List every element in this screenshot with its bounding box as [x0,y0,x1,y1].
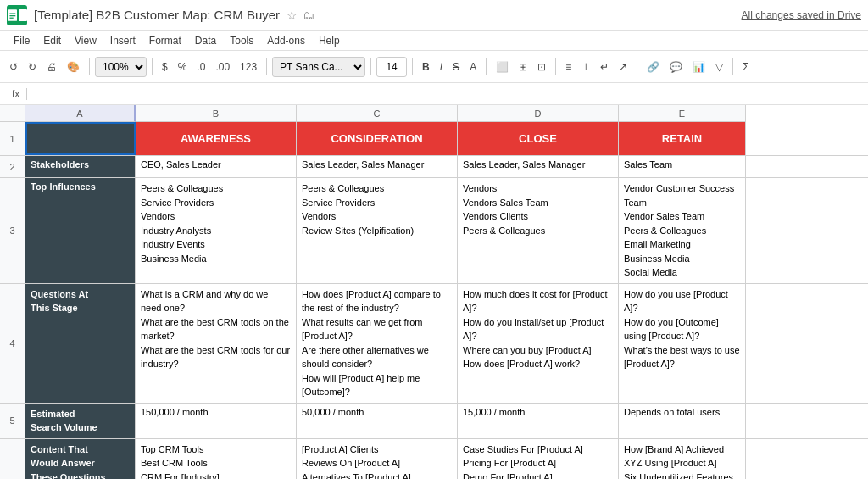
cell-4-c[interactable]: How does [Product A] compare to the rest… [297,284,458,403]
zoom-select[interactable]: 100% [95,57,147,77]
saved-msg: All changes saved in Drive [742,9,861,21]
cell-1-d[interactable]: CLOSE [458,122,619,155]
currency-btn[interactable]: $ [158,58,172,75]
text-color-btn[interactable]: A [465,58,481,75]
menu-addons[interactable]: Add-ons [260,33,312,48]
table-row: 2 Stakeholders CEO, Sales Leader Sales L… [0,156,868,178]
cell-6-b[interactable]: Top CRM Tools Best CRM Tools CRM For [In… [136,439,297,480]
table-row: 1 AWARENESS CONSIDERATION CLOSE RETAIN [0,122,868,156]
cell-6-a[interactable]: Content That Would Answer These Question… [25,439,136,480]
menu-help[interactable]: Help [312,33,347,48]
table-row: 4 Questions At This Stage What is a CRM … [0,284,868,404]
cell-5-e[interactable]: Depends on total users [619,404,746,438]
function-btn[interactable]: Σ [738,58,753,75]
undo-btn[interactable]: ↺ [5,58,22,75]
sep4 [370,58,371,75]
strikethrough-btn[interactable]: S [448,58,464,75]
corner-header [0,105,25,122]
link-btn[interactable]: 🔗 [643,58,664,75]
sep9 [732,58,733,75]
col-header-d[interactable]: D [458,105,619,122]
row-num-6: 6 [0,439,25,480]
sep2 [152,58,153,75]
paint-format-btn[interactable]: 🎨 [63,58,84,75]
col-header-c[interactable]: C [297,105,458,122]
cell-5-b[interactable]: 150,000 / month [136,404,297,438]
cell-4-e[interactable]: How do you use [Product A]? How do you [… [619,284,746,403]
cell-5-d[interactable]: 15,000 / month [458,404,619,438]
cell-2-b[interactable]: CEO, Sales Leader [136,156,297,177]
cell-2-d[interactable]: Sales Leader, Sales Manager [458,156,619,177]
cell-6-c[interactable]: [Product A] Clients Reviews On [Product … [297,439,458,480]
percent-btn[interactable]: % [174,58,192,75]
filter-btn[interactable]: ▽ [711,58,727,75]
cell-1-c[interactable]: CONSIDERATION [297,122,458,155]
sheets-icon [7,5,27,25]
cell-5-a[interactable]: Estimated Search Volume [25,404,136,438]
menu-data[interactable]: Data [188,33,223,48]
cell-6-e[interactable]: How [Brand A] Achieved XYZ Using [Produc… [619,439,746,480]
folder-icon[interactable]: 🗂 [303,8,314,22]
row-num-2: 2 [0,156,25,177]
svg-rect-3 [9,15,15,16]
rotate-btn[interactable]: ↗ [615,58,632,75]
comment-btn[interactable]: 💬 [665,58,687,75]
decimal-dec-btn[interactable]: .0 [192,58,209,75]
cell-1-e[interactable]: RETAIN [619,122,746,155]
sep8 [637,58,637,75]
title-icons: ☆ 🗂 [287,8,314,22]
cell-1-a[interactable] [25,122,136,155]
star-icon[interactable]: ☆ [287,8,298,22]
cell-3-b[interactable]: Peers & Colleagues Service Providers Ven… [136,178,297,283]
chart-btn[interactable]: 📊 [688,58,709,75]
number-format-btn[interactable]: 123 [236,58,261,75]
cell-2-a[interactable]: Stakeholders [25,156,136,177]
table-row: 3 Top Influences Peers & Colleagues Serv… [0,178,868,284]
menu-edit[interactable]: Edit [36,33,68,48]
font-select[interactable]: PT Sans Ca... [272,57,365,77]
col-header-a[interactable]: A [25,105,136,122]
cell-6-d[interactable]: Case Studies For [Product A] Pricing For… [458,439,619,480]
cell-5-c[interactable]: 50,000 / month [297,404,458,438]
cell-3-e[interactable]: Vendor Customer Success Team Vendor Sale… [619,178,746,283]
cell-4-a[interactable]: Questions At This Stage [25,284,136,403]
svg-rect-2 [9,13,15,14]
borders-btn[interactable]: ⊞ [515,58,531,75]
redo-btn[interactable]: ↻ [24,58,41,75]
cell-4-b[interactable]: What is a CRM and why do we need one? Wh… [136,284,297,403]
row-num-3: 3 [0,178,25,283]
align-btn[interactable]: ≡ [561,58,576,75]
cell-2-e[interactable]: Sales Team [619,156,746,177]
svg-rect-4 [9,17,13,18]
bold-btn[interactable]: B [418,58,434,75]
col-header-e[interactable]: E [619,105,746,122]
cell-2-c[interactable]: Sales Leader, Sales Manager [297,156,458,177]
cell-3-a[interactable]: Top Influences [25,178,136,283]
table-row: 6 Content That Would Answer These Questi… [0,439,868,480]
cell-1-b[interactable]: AWARENESS [136,122,297,155]
menu-tools[interactable]: Tools [223,33,260,48]
valign-btn[interactable]: ⊥ [577,58,594,75]
doc-title: [Template] B2B Customer Map: CRM Buyer [34,8,280,22]
menu-file[interactable]: File [7,33,36,48]
sep1 [89,58,90,75]
menu-format[interactable]: Format [142,33,188,48]
cell-3-d[interactable]: Vendors Vendors Sales Team Vendors Clien… [458,178,619,283]
wrap-btn[interactable]: ↵ [596,58,613,75]
print-btn[interactable]: 🖨 [42,58,61,75]
col-header-b[interactable]: B [136,105,297,122]
merge-btn[interactable]: ⊡ [533,58,550,75]
formula-input[interactable] [34,88,863,100]
menu-insert[interactable]: Insert [103,33,142,48]
font-size-input[interactable] [376,57,407,77]
spreadsheet: A B C D E 1 AWARENESS CONSIDERATION CLOS… [0,105,868,479]
menu-bar: File Edit View Insert Format Data Tools … [0,31,868,51]
col-header-row: A B C D E [0,105,868,122]
decimal-inc-btn[interactable]: .00 [211,58,234,75]
cell-4-d[interactable]: How much does it cost for [Product A]? H… [458,284,619,403]
cell-3-c[interactable]: Peers & Colleagues Service Providers Ven… [297,178,458,283]
italic-btn[interactable]: I [436,58,447,75]
formula-bar: fx [0,83,868,105]
menu-view[interactable]: View [68,33,103,48]
fill-color-btn[interactable]: ⬜ [492,58,513,75]
